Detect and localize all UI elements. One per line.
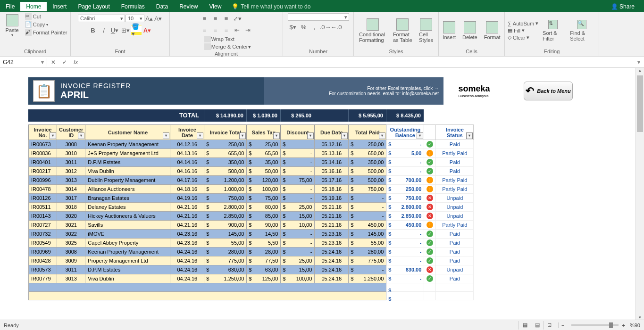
delete-cells-button[interactable]: Delete: [460, 20, 480, 41]
cell-invoice-date[interactable]: 04.13.16: [170, 149, 204, 158]
cell-invoice-date[interactable]: 04.23.16: [170, 239, 204, 248]
cell-invoice-date[interactable]: 04.17.16: [170, 176, 204, 185]
cell-customer-name[interactable]: Viva Dublin: [85, 167, 170, 176]
cell-discount[interactable]: -: [281, 239, 315, 248]
cell-outstanding-balance[interactable]: 630,00: [386, 265, 424, 274]
cell-sales-tax[interactable]: 5,50: [247, 239, 281, 248]
cell-due-date[interactable]: 05.21.16: [315, 221, 349, 230]
cell-customer-name[interactable]: Keenan Property Management: [85, 140, 170, 149]
cell-invoice-no[interactable]: IR00673: [29, 140, 57, 149]
table-row[interactable]: IR004013011D.P.M Estates04.14.16350,0035…: [29, 158, 474, 167]
cell-invoice-no[interactable]: IR00478: [29, 185, 57, 194]
cell-customer-id[interactable]: 3013: [57, 274, 85, 283]
vertical-scrollbar[interactable]: [636, 68, 644, 320]
table-row[interactable]: IR005493025Capel Abbey Property04.23.165…: [29, 239, 474, 248]
cell-discount[interactable]: 100,00: [281, 274, 315, 283]
menu-file[interactable]: File: [0, 2, 20, 11]
font-name-select[interactable]: Calibri: [78, 15, 125, 22]
cell-customer-name[interactable]: Capel Abbey Property: [85, 239, 170, 248]
cell-styles-button[interactable]: Cell Styles: [417, 17, 435, 44]
cell-customer-id[interactable]: 3010: [57, 149, 85, 158]
cell-due-date[interactable]: 05.12.16: [315, 140, 349, 149]
cell-invoice-total[interactable]: 2.850,00: [204, 212, 247, 221]
cell-invoice-date[interactable]: 04.19.16: [170, 194, 204, 203]
cell-invoice-no[interactable]: IR00549: [29, 239, 57, 248]
cell-invoice-status[interactable]: Paid: [436, 256, 474, 265]
cell-sales-tax[interactable]: 14,50: [247, 230, 281, 239]
cell-invoice-status[interactable]: Paid: [436, 230, 474, 239]
cell-invoice-no[interactable]: IR00969: [29, 248, 57, 256]
cell-sales-tax[interactable]: 28,00: [247, 248, 281, 256]
cell-invoice-status[interactable]: Paid: [436, 167, 474, 176]
cell-invoice-total[interactable]: 900,00: [204, 221, 247, 230]
cell-sales-tax[interactable]: 85,00: [247, 212, 281, 221]
table-row[interactable]: IR005733011D.P.M Estates04.24.16630,0063…: [29, 265, 474, 274]
cell-sales-tax[interactable]: 100,00: [247, 185, 281, 194]
cell-discount[interactable]: -: [281, 185, 315, 194]
filter-icon[interactable]: ▾: [379, 132, 385, 139]
cell-due-date[interactable]: 05.18.16: [315, 185, 349, 194]
menu-review[interactable]: Review: [174, 2, 203, 11]
cell-customer-name[interactable]: D.P.M Estates: [85, 265, 170, 274]
cell-total-paid[interactable]: -: [349, 203, 386, 212]
menu-data[interactable]: Data: [151, 2, 174, 11]
cell-sales-tax[interactable]: 125,00: [247, 274, 281, 283]
cell-discount[interactable]: -: [281, 194, 315, 203]
cell-invoice-total[interactable]: 1.000,00: [204, 185, 247, 194]
cell-discount[interactable]: 10,00: [281, 221, 315, 230]
cell-outstanding-balance[interactable]: 700,00: [386, 176, 424, 185]
align-middle[interactable]: ≡: [210, 13, 221, 24]
cell-customer-id[interactable]: 3025: [57, 239, 85, 248]
cell-invoice-status[interactable]: Partly Paid: [436, 176, 474, 185]
filter-icon[interactable]: ▾: [273, 132, 280, 139]
cell-customer-id[interactable]: 3013: [57, 176, 85, 185]
cell-invoice-status[interactable]: Unpaid: [436, 265, 474, 274]
cell-customer-name[interactable]: Branagan Estates: [85, 194, 170, 203]
decrease-font-button[interactable]: A▾: [154, 13, 162, 24]
cell-outstanding-balance[interactable]: -: [386, 167, 424, 176]
cell-invoice-date[interactable]: 04.21.16: [170, 221, 204, 230]
cell-discount[interactable]: -: [281, 248, 315, 256]
cell-due-date[interactable]: 05.16.16: [315, 167, 349, 176]
cell-invoice-total[interactable]: 250,00: [204, 140, 247, 149]
cell-outstanding-balance[interactable]: -: [386, 248, 424, 256]
cell-invoice-date[interactable]: 04.24.16: [170, 256, 204, 265]
cell-total-paid[interactable]: 1.250,00: [349, 274, 386, 283]
cell-customer-id[interactable]: 3020: [57, 212, 85, 221]
cell-invoice-total[interactable]: 280,00: [204, 248, 247, 256]
header-total[interactable]: Invoice Total▾: [204, 125, 247, 140]
cell-customer-id[interactable]: 3008: [57, 140, 85, 149]
table-row[interactable]: IR008363010J+S Property Management Ltd04…: [29, 149, 474, 158]
cell-outstanding-balance[interactable]: 2.800,00: [386, 203, 424, 212]
cell-invoice-status[interactable]: Paid: [436, 239, 474, 248]
cell-invoice-date[interactable]: 04.12.16: [170, 140, 204, 149]
cell-sales-tax[interactable]: 75,00: [247, 194, 281, 203]
cell-customer-name[interactable]: Hickey Auctioneers & Valuers: [85, 212, 170, 221]
menu-view[interactable]: View: [204, 2, 227, 11]
cell-total-paid[interactable]: -: [349, 212, 386, 221]
cell-customer-name[interactable]: iMOVE: [85, 230, 170, 239]
view-layout-icon[interactable]: ▤: [531, 321, 543, 330]
cell-invoice-no[interactable]: IR00401: [29, 158, 57, 167]
cell-total-paid[interactable]: 55,00: [349, 239, 386, 248]
cell-customer-id[interactable]: 3012: [57, 167, 85, 176]
cell-invoice-date[interactable]: 04.14.16: [170, 158, 204, 167]
cell-customer-id[interactable]: 3018: [57, 203, 85, 212]
filter-icon[interactable]: ▾: [307, 132, 314, 139]
share-button[interactable]: 👤 Share: [606, 2, 639, 11]
clear-button[interactable]: ◇ Clear▾: [508, 34, 538, 41]
cell-invoice-status[interactable]: Paid: [436, 248, 474, 256]
cell-total-paid[interactable]: 280,00: [349, 248, 386, 256]
cell-customer-id[interactable]: 3014: [57, 185, 85, 194]
cell-discount[interactable]: -: [281, 167, 315, 176]
filter-icon[interactable]: ▾: [50, 132, 56, 139]
cell-sales-tax[interactable]: 80,00: [247, 203, 281, 212]
header-disc[interactable]: Discount▾: [281, 125, 315, 140]
header-balance[interactable]: Outstanding Balance▾: [386, 125, 424, 140]
cell-total-paid[interactable]: 350,00: [349, 158, 386, 167]
invoice-table[interactable]: Invoice No.▾Customer ID▾Customer Name▾In…: [28, 124, 474, 300]
paste-button[interactable]: Paste▾: [3, 13, 21, 38]
fx-icon[interactable]: fx: [72, 59, 80, 66]
filter-icon[interactable]: ▾: [197, 132, 203, 139]
cell-invoice-status[interactable]: Paid: [436, 274, 474, 283]
